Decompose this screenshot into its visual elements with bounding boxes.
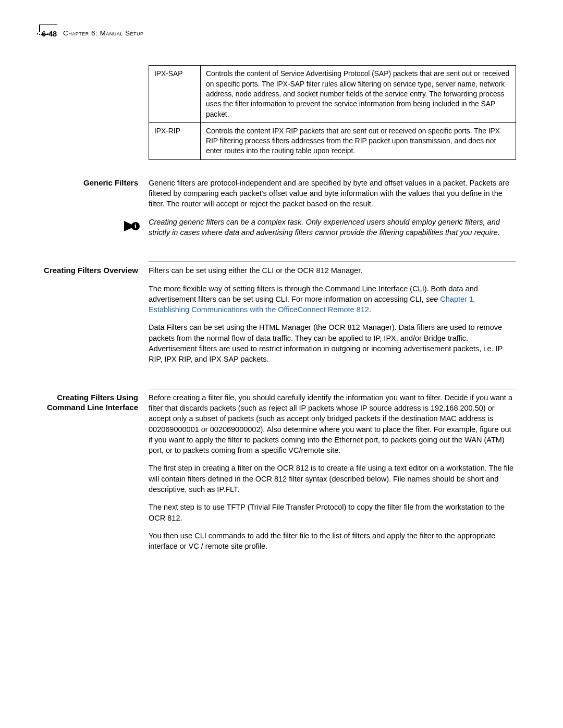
info-pointer-icon: i bbox=[120, 219, 141, 236]
svg-point-6 bbox=[45, 34, 46, 35]
body-text: The next step is to use TFTP (Trivial Fi… bbox=[149, 502, 516, 523]
body-text: The first step in creating a filter on t… bbox=[149, 463, 516, 495]
body-text-fragment: . bbox=[369, 305, 371, 314]
body-text: Data Filters can be set using the HTML M… bbox=[149, 322, 516, 364]
body-text-fragment: , bbox=[473, 295, 475, 303]
table-row: IPX-RIP Controls the content IPX RIP pac… bbox=[149, 122, 516, 159]
svg-point-5 bbox=[43, 34, 44, 35]
link-chapter-1[interactable]: Chapter 1 bbox=[440, 295, 473, 303]
table-cell-desc: Controls the content of Service Advertis… bbox=[201, 66, 516, 123]
side-heading: Creating Filters Overview bbox=[36, 265, 138, 276]
header-ornament-icon bbox=[36, 24, 52, 38]
link-establishing-communications[interactable]: Establishing Communications with the Off… bbox=[149, 305, 369, 314]
body-text: Before creating a filter file, you shoul… bbox=[149, 392, 516, 456]
body-text: The more flexible way of setting filters… bbox=[149, 283, 516, 315]
body-text: Generic filters are protocol-independent… bbox=[149, 178, 516, 209]
body-text-fragment: see bbox=[426, 295, 440, 303]
table-cell-desc: Controls the content IPX RIP packets tha… bbox=[201, 122, 516, 159]
svg-point-4 bbox=[41, 34, 42, 35]
svg-point-2 bbox=[37, 33, 38, 34]
svg-point-7 bbox=[47, 33, 48, 34]
side-heading: Generic Filters bbox=[36, 178, 138, 188]
svg-point-3 bbox=[39, 34, 40, 35]
ipx-filter-table: IPX-SAP Controls the content of Service … bbox=[149, 65, 516, 160]
table-cell-label: IPX-SAP bbox=[149, 66, 201, 123]
svg-point-8 bbox=[50, 32, 51, 33]
table-row: IPX-SAP Controls the content of Service … bbox=[149, 66, 516, 123]
section-cli: Creating Filters Using Command Line Inte… bbox=[149, 389, 516, 570]
note-text: Creating generic filters can be a comple… bbox=[149, 217, 516, 238]
body-text: Filters can be set using either the CLI … bbox=[149, 265, 516, 276]
chapter-label: Chapter 6: Manual Setup bbox=[63, 29, 144, 39]
section-overview: Creating Filters Overview Filters can be… bbox=[149, 262, 516, 382]
section-generic-filters: Generic Filters Generic filters are prot… bbox=[149, 175, 516, 255]
page-header: 6-48 Chapter 6: Manual Setup bbox=[36, 29, 516, 39]
side-heading: Creating Filters Using Command Line Inte… bbox=[36, 392, 138, 413]
svg-text:i: i bbox=[134, 222, 137, 230]
body-text: You then use CLI commands to add the fil… bbox=[149, 530, 516, 552]
table-cell-label: IPX-RIP bbox=[149, 122, 201, 159]
